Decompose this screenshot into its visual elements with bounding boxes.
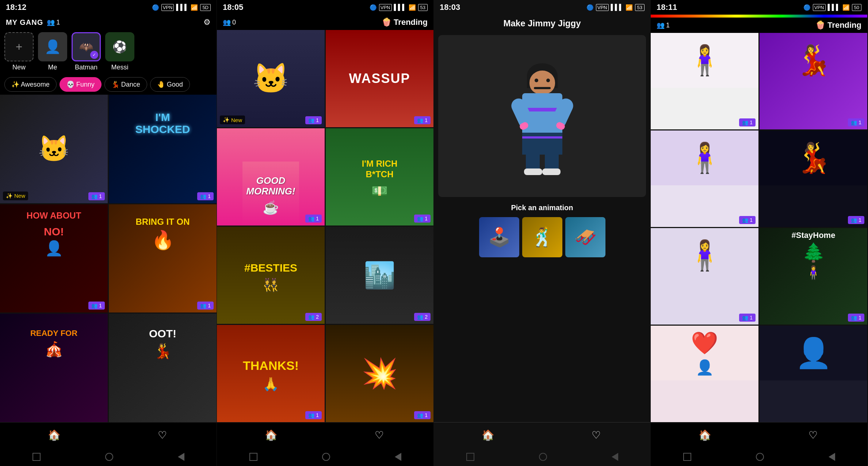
people-icon: 👥 (47, 18, 55, 26)
back-btn-2[interactable] (395, 453, 401, 461)
trend-cell-rich[interactable]: I'M RICHB*TCH 💵 👥 1 (326, 128, 433, 226)
wifi-icon-3: 📶 (626, 4, 633, 11)
status-bar-2: 18:05 🔵 VPN ▌▌▌ 📶 53 (217, 0, 433, 15)
back-btn-1[interactable] (178, 453, 184, 461)
circle-btn-2[interactable] (322, 453, 330, 461)
new-avatar[interactable]: + (4, 32, 34, 61)
video-cell-bringit[interactable]: BRING IT ON 🔥 👥 1 (109, 204, 217, 313)
vpn-icon: VPN (161, 4, 174, 11)
tab-good[interactable]: 🤚 Good (150, 77, 190, 92)
trend-cell-explosion[interactable]: 💥 👥 1 (326, 325, 433, 422)
tab-dance[interactable]: 💃 Dance (104, 77, 147, 92)
settings-icon[interactable]: ⚙ (203, 18, 211, 27)
wifi-icon-4: 📶 (842, 4, 850, 11)
popcorn-icon-1: 🍿 (382, 18, 391, 27)
status-icons-1: 🔵 VPN ▌▌▌ 📶 5D (152, 4, 211, 11)
t2-cell-3[interactable]: 🧍‍♀️ 👥 1 (651, 130, 758, 227)
me-avatar: 👤 (38, 32, 67, 61)
friend-me[interactable]: 👤 Me (38, 32, 67, 71)
back-btn-3[interactable] (612, 453, 618, 461)
video-cell-shocked[interactable]: I'MSHOCKED 👥 1 (109, 95, 217, 203)
heart-nav-btn-2[interactable]: ♡ (370, 426, 389, 444)
t2-cell-stayhome[interactable]: #StayHome 🌲 🧍‍♀️ 👥 1 (760, 228, 867, 325)
trend-cell-wassup[interactable]: WASSUP 👥 1 (326, 30, 433, 127)
sys-bar-1 (0, 448, 217, 466)
anim-thumb-ski[interactable]: 🛷 (565, 217, 605, 257)
tab-awesome[interactable]: ✨ Awesome (4, 77, 57, 92)
t2-cell-2[interactable]: 💃 👥 1 (760, 33, 867, 129)
wifi-icon-2: 📶 (409, 4, 416, 11)
home-nav-btn-4[interactable]: 🏠 (696, 426, 714, 444)
rainbow-bar (651, 15, 867, 18)
stayhome-text: #StayHome (792, 231, 836, 240)
t2-count-3: 👥 1 (739, 216, 756, 224)
video-cell-oot[interactable]: OOT! 💃 (109, 314, 217, 422)
jimmy-header: Make Jimmy Jiggy (434, 15, 650, 32)
friend-messi[interactable]: ⚽ Messi (105, 32, 134, 71)
tab-funny[interactable]: 💀 Funny (60, 77, 102, 92)
battery-icon: 5D (200, 4, 211, 11)
trend-cell-thanks[interactable]: THANKS! 🙏 👥 1 (217, 325, 325, 422)
wassup-text: WASSUP (345, 68, 414, 90)
person-count-2: 👥 1 (197, 192, 214, 200)
batman-avatar: 🦇 ✓ (72, 32, 101, 61)
t2-cell-4[interactable]: 💃 👥 1 (760, 130, 867, 227)
anim-thumb-dance[interactable]: 🕺 (522, 217, 562, 257)
t2-cell-1[interactable]: 🧍‍♀️ 👥 1 (651, 33, 758, 129)
friend-new[interactable]: + New (4, 32, 34, 71)
vpn-icon-4: VPN (813, 4, 826, 11)
t2-count-4: 👥 1 (848, 216, 864, 224)
square-btn-3[interactable] (466, 453, 474, 461)
back-btn-4[interactable] (829, 453, 835, 461)
circle-btn-1[interactable] (105, 453, 113, 461)
home-nav-btn-2[interactable]: 🏠 (262, 426, 280, 444)
trend-cell-besties[interactable]: #BESTIES 👯 👥 2 (217, 227, 325, 324)
trend-count-1: 👥 1 (305, 116, 322, 124)
video-cell-howabout[interactable]: HOW ABOUT NO! 👤 👥 1 (0, 204, 108, 313)
square-btn-1[interactable] (32, 453, 41, 461)
circle-btn-3[interactable] (539, 453, 547, 461)
signal-icon-3: ▌▌▌ (611, 4, 623, 11)
home-nav-btn-3[interactable]: 🏠 (479, 426, 497, 444)
morning-text: GoodMorning! (242, 172, 299, 200)
trend-cell-cat[interactable]: 🐱 ✨New 👥 1 (217, 30, 325, 127)
heart-nav-btn-1[interactable]: ♡ (153, 426, 172, 444)
trend-cell-morning[interactable]: GoodMorning! ☕ 👥 1 (217, 128, 325, 226)
t2-cell-5[interactable]: 🧍‍♀️ 👥 1 (651, 228, 758, 325)
vpn-icon-3: VPN (596, 4, 609, 11)
square-btn-2[interactable] (249, 453, 257, 461)
person-count-4: 👥 1 (197, 302, 214, 310)
bluetooth-icon-3: 🔵 (586, 4, 594, 11)
video-grid-1: 🐱 ✨New 👥 1 I'MSHOCKED 👥 1 HOW ABOUT NO! … (0, 95, 217, 422)
panel-make-jimmy: 18:03 🔵 VPN ▌▌▌ 📶 53 Make Jimmy Jiggy (434, 0, 651, 466)
panel-trending-2: 18:11 🔵 VPN ▌▌▌ 📶 50 👥 1 🍿 Trending 🧍‍♀️… (651, 0, 868, 466)
t2-count-6: 👥 1 (848, 314, 864, 322)
t2-cell-dark[interactable]: 👤 (760, 326, 867, 422)
anim-thumb-game[interactable]: 🕹️ (479, 217, 519, 257)
battery-icon-3: 53 (635, 4, 645, 11)
status-bar-1: 18:12 🔵 VPN ▌▌▌ 📶 5D (0, 0, 217, 15)
square-btn-4[interactable] (683, 453, 691, 461)
friend-new-label: New (12, 64, 26, 71)
trending-title-1: 🍿 Trending (382, 18, 428, 27)
circle-btn-4[interactable] (756, 453, 764, 461)
bluetooth-icon-4: 🔵 (803, 4, 811, 11)
t2-count-1: 👥 1 (739, 118, 756, 126)
battery-icon-4: 50 (852, 4, 861, 11)
status-bar-4: 18:11 🔵 VPN ▌▌▌ 📶 50 (651, 0, 867, 15)
video-cell-cat[interactable]: 🐱 ✨New 👥 1 (0, 95, 108, 203)
friend-batman[interactable]: 🦇 ✓ Batman (72, 32, 101, 71)
ready-text: READY FOR (27, 326, 80, 341)
sys-bar-2 (217, 448, 433, 466)
trend-cell-street[interactable]: 🏙️ 👥 2 (326, 227, 433, 324)
t2-cell-heart[interactable]: ❤️ 👤 (651, 326, 758, 422)
bluetooth-icon: 🔵 (152, 4, 159, 11)
status-icons-3: 🔵 VPN ▌▌▌ 📶 53 (586, 4, 645, 11)
heart-nav-btn-4[interactable]: ♡ (804, 426, 822, 444)
time-4: 18:11 (657, 3, 677, 12)
video-cell-ready[interactable]: READY FOR 🎪 (0, 314, 108, 422)
sys-bar-4 (651, 448, 867, 466)
home-nav-btn-1[interactable]: 🏠 (45, 426, 63, 444)
heart-nav-btn-3[interactable]: ♡ (587, 426, 605, 444)
friends-row: + New 👤 Me 🦇 ✓ Batman ⚽ Messi (0, 29, 217, 74)
